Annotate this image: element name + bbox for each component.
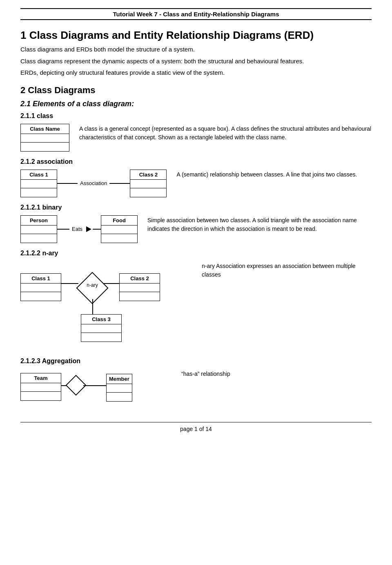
nary-class3-box: Class 3 — [81, 314, 122, 342]
nary-class3-label: Class 3 — [81, 315, 121, 324]
nary-class1-box: Class 1 — [20, 273, 61, 301]
section-2121-title: 2.1.2.1 binary — [20, 204, 372, 211]
class-name-label: Class Name — [21, 124, 69, 134]
binary-diagram-section: Person Eats Food Simple association betw… — [20, 215, 372, 243]
assoc-line-right — [109, 183, 130, 184]
class-description: A class is a general concept (represente… — [79, 124, 372, 142]
class1-box: Class 1 — [20, 170, 57, 197]
class-name-diagram: Class Name — [20, 124, 69, 152]
association-diagram: Class 1 Association Class 2 — [20, 170, 167, 197]
nary-line1 — [61, 283, 78, 284]
member-box: Member — [106, 374, 132, 402]
section-2122-title: 2.1.2.2 n-ary — [20, 250, 372, 257]
nary-description: n-ary Association expresses an associati… — [202, 261, 372, 279]
food-box: Food — [101, 215, 138, 243]
binary-diagram: Person Eats Food — [20, 215, 138, 243]
intro-line-3: ERDs, depicting only structural features… — [20, 68, 372, 78]
direction-arrow — [86, 226, 91, 232]
nary-class1-label: Class 1 — [21, 274, 61, 284]
member-label: Member — [107, 374, 132, 384]
nary-line3 — [92, 299, 93, 315]
nary-diamond-label: n-ary — [81, 282, 104, 288]
food-label: Food — [101, 216, 137, 226]
nary-line2 — [104, 283, 121, 284]
agg-line-right — [83, 385, 106, 386]
person-label: Person — [21, 216, 57, 226]
class-name-box: Class Name — [20, 124, 69, 152]
section-2123-title: 2.1.2.3 Aggregation — [20, 357, 372, 365]
section-211-title: 2.1.1 class — [20, 112, 372, 120]
nary-class2-label: Class 2 — [120, 274, 160, 284]
association-label: Association — [78, 180, 109, 186]
eats-label: Eats — [69, 226, 85, 232]
binary-line-left — [57, 229, 69, 230]
association-description: A (semantic) relationship between classe… — [176, 170, 372, 179]
person-box: Person — [20, 215, 57, 243]
aggregation-diagram: Team Member — [20, 369, 172, 406]
main-title: 1 Class Diagrams and Entity Relationship… — [20, 29, 372, 42]
aggregation-description: “has-a” relationship — [181, 369, 372, 379]
team-box: Team — [20, 373, 61, 401]
assoc-line-left — [57, 183, 78, 184]
intro-line-2: Class diagrams represent the dynamic asp… — [20, 57, 372, 66]
section-2-title: 2 Class Diagrams — [20, 85, 372, 96]
association-diagram-section: Class 1 Association Class 2 A (semantic)… — [20, 170, 372, 197]
intro-line-1: Class diagrams and ERDs both model the s… — [20, 45, 372, 54]
class2-box: Class 2 — [130, 170, 167, 197]
section-212-title: 2.1.2 association — [20, 158, 372, 165]
aggregation-diagram-section: Team Member “has-a” relationship — [20, 369, 372, 406]
section-21-title: 2.1 Elements of a class diagram: — [20, 100, 372, 108]
page-footer: page 1 of 14 — [20, 422, 372, 432]
binary-description: Simple association between two classes. … — [147, 215, 372, 234]
nary-diagram: Class 1 n-ary Class 2 — [20, 261, 192, 351]
nary-class2-box: Class 2 — [119, 273, 160, 301]
team-label: Team — [21, 373, 61, 383]
class-diagram-section: Class Name A class is a general concept … — [20, 124, 372, 152]
binary-line-right — [93, 229, 101, 230]
page-header: Tutorial Week 7 - Class and Entity-Relat… — [20, 8, 372, 20]
class1-label: Class 1 — [21, 170, 57, 180]
nary-diagram-section: Class 1 n-ary Class 2 — [20, 261, 372, 351]
class2-label: Class 2 — [130, 170, 166, 180]
